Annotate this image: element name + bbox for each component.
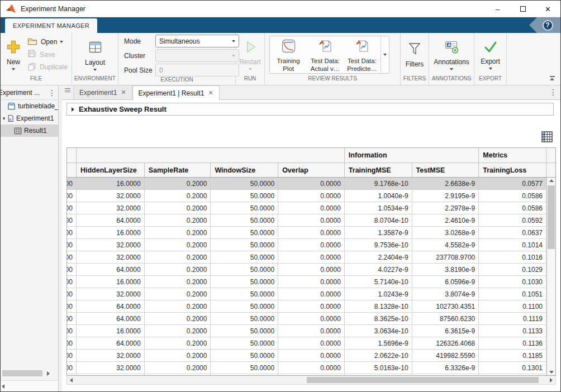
cell[interactable]: 0.0000 xyxy=(278,300,345,312)
restart-button[interactable]: Restart xyxy=(236,35,264,75)
table-row[interactable]: 00064.00000.200050.00000.00008.3625e-108… xyxy=(67,313,546,325)
scroll-left-arrow[interactable] xyxy=(70,378,73,383)
cell[interactable]: 1.1107e-9 xyxy=(345,374,412,375)
cell[interactable]: 0.0000 xyxy=(278,276,345,288)
cell[interactable]: 0.0592 xyxy=(479,214,546,226)
cell[interactable]: 6.0596e-9 xyxy=(412,276,479,288)
save-button[interactable]: Save xyxy=(25,49,70,61)
cell[interactable]: 16.0000 xyxy=(77,325,145,337)
cell[interactable]: 1.3587e-9 xyxy=(345,227,412,238)
cell[interactable]: 50.0000 xyxy=(211,178,278,189)
cell[interactable]: 50.0000 xyxy=(211,276,278,288)
collapse-toolstrip-button[interactable] xyxy=(548,75,556,82)
cell[interactable]: 16.0000 xyxy=(77,178,145,189)
cell[interactable]: 0.0000 xyxy=(278,350,345,361)
cell[interactable]: 50.0000 xyxy=(211,337,278,349)
cell[interactable]: 64.0000 xyxy=(77,214,145,226)
cell[interactable]: 50.0000 xyxy=(211,251,278,263)
cell[interactable]: 9.7536e-10 xyxy=(345,239,412,251)
cell[interactable]: 0.0000 xyxy=(278,337,345,349)
table-row[interactable]: 00016.00000.200050.00000.00001.3587e-93.… xyxy=(67,227,546,239)
table-row[interactable]: 00064.00000.200050.00000.00008.0704e-102… xyxy=(67,214,546,227)
cell[interactable]: 0.1029 xyxy=(479,264,546,275)
cell[interactable]: 2.2978e-9 xyxy=(412,202,479,214)
cell[interactable]: 419982.5590 xyxy=(412,350,479,361)
cell[interactable]: 32.0000 xyxy=(77,374,145,375)
cell-clipped[interactable]: 000 xyxy=(67,251,77,263)
cell[interactable]: 8.1328e-10 xyxy=(345,300,412,312)
cell[interactable]: 0.2000 xyxy=(145,325,211,337)
cell[interactable]: 2.2404e-9 xyxy=(345,251,412,263)
table-row[interactable]: 00064.00000.200050.00000.00001.5696e-912… xyxy=(67,337,546,350)
cell[interactable]: 0.1014 xyxy=(479,239,546,251)
cell[interactable]: 50.0000 xyxy=(211,325,278,337)
scrollbar-thumb[interactable] xyxy=(307,377,539,383)
cell[interactable]: 2.6638e-9 xyxy=(412,178,479,189)
cell[interactable]: 50.0000 xyxy=(211,202,278,214)
cell[interactable]: 32.0000 xyxy=(77,362,145,374)
cell[interactable]: 2.9195e-9 xyxy=(412,190,479,202)
cell[interactable]: 4.5582e-9 xyxy=(412,239,479,251)
scroll-up-arrow[interactable] xyxy=(549,179,554,182)
cell-clipped[interactable]: 000 xyxy=(67,288,77,300)
cell[interactable]: 0.2000 xyxy=(145,214,211,226)
column-header-trainingloss[interactable]: TrainingLoss xyxy=(479,163,546,177)
mode-select[interactable]: Simultaneous xyxy=(155,35,239,47)
table-row[interactable]: 00016.00000.200050.00000.00003.0634e-106… xyxy=(67,325,546,337)
tab-experiment1-result1[interactable]: Experiment1 | Result1 ✕ xyxy=(132,85,220,100)
column-header-overlap[interactable]: Overlap xyxy=(278,163,345,177)
cell[interactable]: 50.0000 xyxy=(211,214,278,226)
cell[interactable]: 50.0000 xyxy=(211,227,278,238)
column-options-button[interactable] xyxy=(540,130,554,144)
scroll-right-arrow[interactable] xyxy=(47,371,50,376)
cell[interactable]: 64.0000 xyxy=(77,337,145,349)
cell[interactable]: 64.0000 xyxy=(77,264,145,275)
cell-clipped[interactable]: 000 xyxy=(67,227,77,238)
cell[interactable]: 126326.4068 xyxy=(412,337,479,349)
table-row[interactable]: 00064.00000.200050.00000.00004.0227e-93.… xyxy=(67,264,546,276)
cell-clipped[interactable]: 000 xyxy=(67,337,77,349)
cell[interactable]: 0.0000 xyxy=(278,190,345,202)
cell[interactable]: 50.0000 xyxy=(211,239,278,251)
cell-clipped[interactable]: 000 xyxy=(67,264,77,275)
cell[interactable]: 0.2000 xyxy=(145,202,211,214)
filters-button[interactable]: Filters xyxy=(402,35,427,75)
close-tab-icon[interactable]: ✕ xyxy=(208,89,213,97)
cell[interactable]: 0.0000 xyxy=(278,239,345,251)
cell[interactable]: 0.2000 xyxy=(145,374,211,375)
table-row[interactable]: 00032.00000.200050.00000.00001.0040e-92.… xyxy=(67,190,546,202)
cell[interactable]: 0.0000 xyxy=(278,362,345,374)
scrollbar-thumb[interactable] xyxy=(2,370,42,376)
table-row[interactable]: 00016.00000.200050.00000.00009.1768e-102… xyxy=(67,178,546,190)
cell-clipped[interactable]: 000 xyxy=(67,190,77,202)
close-tab-icon[interactable]: ✕ xyxy=(121,89,126,96)
tree-item-result1[interactable]: Result1 xyxy=(1,125,58,137)
cell[interactable]: 0.2000 xyxy=(145,178,211,189)
cell[interactable]: 0.2000 xyxy=(145,362,211,374)
minimize-button[interactable]: – xyxy=(485,1,510,17)
browser-menu-button[interactable]: ⋮ xyxy=(46,88,58,97)
test-data-predicted-button[interactable]: Test Data: Predicte… xyxy=(344,36,381,73)
tabbar-menu-icon[interactable] xyxy=(63,88,72,92)
cell[interactable]: 8.3625e-10 xyxy=(345,313,412,324)
cell[interactable]: 6.3326e-9 xyxy=(412,362,479,374)
cell[interactable]: 0.0000 xyxy=(278,227,345,238)
cell[interactable]: 0.0586 xyxy=(479,202,546,214)
cell-clipped[interactable]: 000 xyxy=(67,350,77,361)
cell[interactable]: 0.1119 xyxy=(479,313,546,324)
column-header-hiddenlayersize[interactable]: HiddenLayerSize xyxy=(77,163,145,177)
table-row[interactable]: 00032.00000.200050.00000.00005.0163e-106… xyxy=(67,362,546,374)
table-row[interactable]: 00032.00000.200050.00000.00002.2404e-923… xyxy=(67,251,546,264)
cell[interactable]: 0.0000 xyxy=(278,214,345,226)
cell[interactable]: 2.0622e-10 xyxy=(345,350,412,361)
pool-size-input[interactable]: 0 xyxy=(155,64,239,77)
cell-clipped[interactable]: 000 xyxy=(67,239,77,251)
cell[interactable]: 16.0000 xyxy=(77,227,145,238)
cell[interactable]: 1.0040e-9 xyxy=(345,190,412,202)
cell[interactable]: 0.1313 xyxy=(479,374,546,375)
help-button[interactable]: ? xyxy=(543,20,553,31)
cell[interactable]: 0.0000 xyxy=(278,288,345,300)
table-row[interactable]: 00032.00000.200050.00000.00009.7536e-104… xyxy=(67,239,546,251)
cell[interactable]: 0.0000 xyxy=(278,325,345,337)
cell[interactable]: 3.8074e-9 xyxy=(412,288,479,300)
